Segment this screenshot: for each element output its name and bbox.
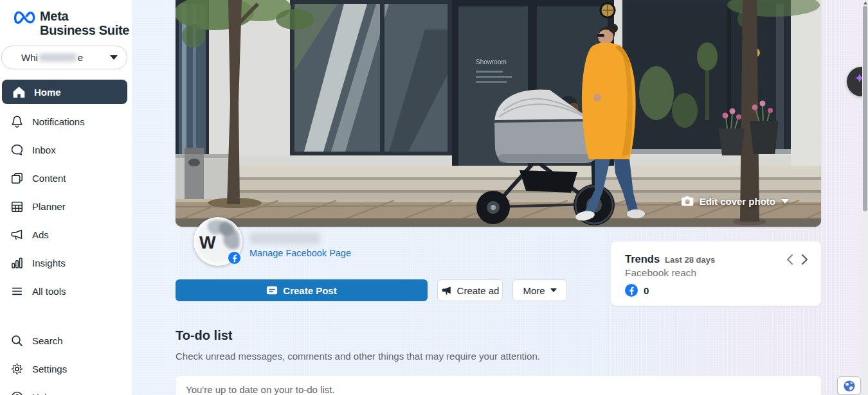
- trends-title: Trends: [625, 253, 660, 265]
- sidebar-divider-gap: [0, 305, 132, 326]
- sidebar-item-search[interactable]: Search: [0, 326, 132, 355]
- meta-business-suite-app: Meta Business Suite Whi e Home Notificat…: [0, 0, 868, 395]
- bell-icon: [10, 115, 24, 128]
- megaphone-icon: [441, 286, 452, 295]
- trends-metric-label: Facebook reach: [625, 267, 807, 279]
- svg-text:Showroom: Showroom: [476, 58, 507, 66]
- scrollbar-up-arrow[interactable]: [863, 1, 867, 4]
- facebook-badge-icon: [228, 251, 241, 265]
- post-icon: [266, 285, 278, 295]
- page-name-redacted: [249, 233, 320, 244]
- home-icon: [12, 85, 26, 99]
- facebook-icon: [625, 284, 638, 297]
- create-ad-button[interactable]: Create ad: [437, 279, 503, 301]
- sidebar-item-settings[interactable]: Settings: [0, 355, 132, 383]
- camera-icon: [682, 196, 694, 207]
- globe-icon: [843, 380, 856, 392]
- meta-logo[interactable]: Meta Business Suite: [14, 9, 129, 37]
- chevron-down-icon: [781, 199, 789, 204]
- page-avatar[interactable]: W: [194, 217, 242, 266]
- edit-cover-photo-button[interactable]: Edit cover photo: [682, 196, 789, 207]
- sidebar-item-ads[interactable]: Ads: [0, 220, 132, 249]
- menu-lines-icon: [10, 285, 24, 298]
- translate-page-button[interactable]: [837, 376, 861, 395]
- trends-period: Last 28 days: [665, 255, 715, 265]
- todo-section-title: To-do list: [176, 328, 233, 343]
- create-post-button[interactable]: Create Post: [176, 279, 428, 301]
- sidebar-nav: Home Notifications Inbox Content Planner…: [0, 78, 132, 395]
- business-account-selector[interactable]: Whi e: [1, 46, 127, 69]
- bar-chart-icon: [10, 256, 24, 270]
- cover-photo: Showroom: [176, 0, 821, 227]
- gear-icon: [10, 362, 24, 376]
- todo-section-description: Check unread messages, comments and othe…: [176, 351, 540, 362]
- brand-name: Meta Business Suite: [40, 9, 129, 37]
- scrollbar-thumb[interactable]: [863, 6, 867, 211]
- sidebar-item-content[interactable]: Content: [0, 164, 132, 192]
- page-scrollbar[interactable]: [862, 0, 868, 395]
- sidebar-item-inbox[interactable]: Inbox: [0, 136, 132, 164]
- chevron-down-icon: [110, 55, 118, 60]
- chat-bubble-icon: [10, 143, 24, 157]
- avatar-letter: W: [199, 233, 215, 253]
- todo-empty-state: You're up to date on your to-do list.: [186, 384, 821, 395]
- content-stack-icon: [10, 171, 24, 185]
- sidebar-item-notifications[interactable]: Notifications: [0, 107, 132, 136]
- search-icon: [10, 334, 24, 347]
- sidebar-item-help[interactable]: ? Help: [0, 383, 132, 395]
- sidebar-item-planner[interactable]: Planner: [0, 192, 132, 220]
- account-name: Whi e: [21, 52, 83, 63]
- trends-card: Trends Last 28 days Facebook reach 0: [611, 241, 821, 306]
- chevron-right-icon[interactable]: [801, 254, 808, 265]
- manage-facebook-page-link[interactable]: Manage Facebook Page: [249, 248, 351, 258]
- chevron-down-icon: [550, 288, 557, 292]
- megaphone-icon: [10, 228, 24, 241]
- more-button[interactable]: More: [512, 279, 567, 301]
- meta-infinity-icon: [14, 10, 37, 24]
- redacted-account-name: [39, 53, 77, 62]
- help-icon: ?: [10, 391, 24, 395]
- cover-photo-illustration: Showroom: [176, 0, 821, 227]
- facebook-reach-value: 0: [644, 285, 649, 296]
- sidebar-item-insights[interactable]: Insights: [0, 249, 132, 277]
- sidebar-item-home[interactable]: Home: [2, 80, 127, 104]
- sidebar-item-all-tools[interactable]: All tools: [0, 277, 132, 305]
- todo-list-card: You're up to date on your to-do list.: [176, 376, 821, 395]
- chevron-left-icon[interactable]: [786, 254, 793, 265]
- calendar-icon: [10, 200, 24, 213]
- sidebar: Meta Business Suite Whi e Home Notificat…: [0, 0, 132, 395]
